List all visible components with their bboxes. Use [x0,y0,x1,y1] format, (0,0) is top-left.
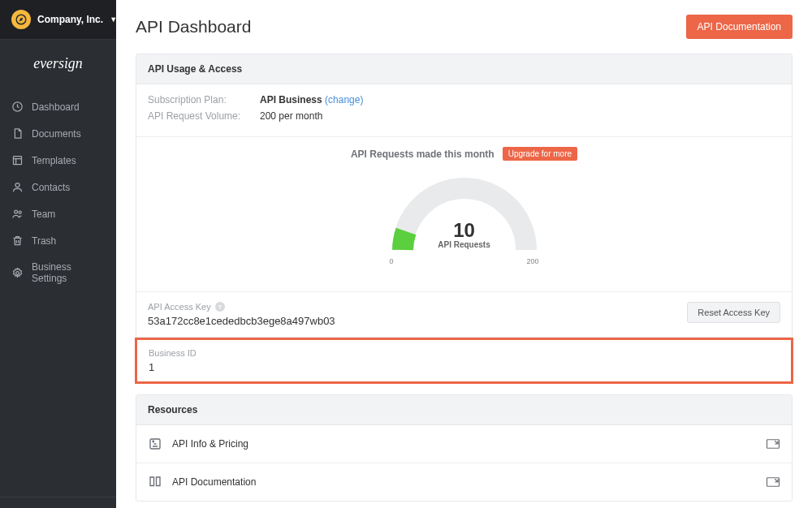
external-link-icon [766,438,780,450]
svg-point-6 [15,210,18,213]
sidebar-item-business-settings[interactable]: Business Settings [0,254,116,291]
sidebar-item-team[interactable]: Team [0,200,116,227]
document-icon [11,127,24,140]
gear-icon [11,267,24,279]
access-key-value: 53a172cc8e1cededbcb3ege8a497wb03 [148,315,676,327]
plan-info: Subscription Plan: API Business (change)… [136,84,792,137]
brand-logo: eversign [0,40,116,93]
gauge: 10 API Requests [391,175,538,254]
nav-label: Trash [32,235,56,247]
help-tooltip-icon[interactable]: ? [215,302,225,312]
book-icon [148,475,162,489]
main-content: API Dashboard API Documentation API Usag… [116,0,812,508]
nav-label: Documents [32,128,81,140]
business-id-highlight: Business ID 1 [135,338,793,384]
svg-point-8 [16,271,19,274]
resource-label: API Info & Pricing [172,438,248,450]
company-name: Company, Inc. [37,14,103,25]
gauge-count: 10 [438,221,490,240]
sidebar-nav: Dashboard Documents Templates Contacts T… [0,93,116,291]
resource-label: API Documentation [172,476,256,488]
sidebar-item-templates[interactable]: Templates [0,147,116,174]
team-icon [11,208,24,220]
svg-rect-4 [14,157,22,165]
sidebar-item-contacts[interactable]: Contacts [0,174,116,200]
resource-api-documentation[interactable]: API Documentation [136,463,792,501]
panel-title: Resources [136,395,792,425]
svg-marker-1 [19,18,24,22]
compass-icon [11,10,31,29]
nav-label: Dashboard [32,101,80,113]
plan-label: Subscription Plan: [148,94,245,105]
contact-icon [11,181,24,193]
nav-label: Team [32,209,55,220]
nav-label: Contacts [32,182,70,193]
business-id-value: 1 [149,361,780,373]
pricing-icon [148,437,162,451]
access-key-label: API Access Key [148,302,211,312]
nav-label: Business Settings [32,261,105,284]
business-id-label: Business ID [149,348,780,358]
sidebar-item-dashboard[interactable]: Dashboard [0,93,116,120]
reset-access-key-button[interactable]: Reset Access Key [687,302,780,323]
requests-title: API Requests made this month [351,149,495,160]
change-plan-link[interactable]: (change) [325,94,363,105]
template-icon [11,154,24,166]
page-title: API Dashboard [136,17,251,37]
svg-point-12 [153,441,154,442]
clock-icon [11,101,24,113]
access-key-section: API Access Key ? 53a172cc8e1cededbcb3ege… [136,292,792,338]
trash-icon [11,235,24,247]
svg-point-7 [19,211,21,213]
svg-point-5 [15,183,19,187]
resources-panel: Resources API Info & Pricing [136,394,793,502]
sidebar-item-trash[interactable]: Trash [0,227,116,254]
gauge-max: 200 [526,257,538,265]
volume-label: API Request Volume: [148,110,245,122]
usage-access-panel: API Usage & Access Subscription Plan: AP… [136,54,793,383]
page-header: API Dashboard API Documentation [116,0,812,54]
upgrade-badge[interactable]: Upgrade for more [503,147,577,161]
panel-title: API Usage & Access [136,54,792,84]
sidebar: Company, Inc. ▼ eversign Dashboard Docum… [0,0,116,508]
gauge-min: 0 [390,257,394,265]
nav-label: Templates [32,155,76,166]
requests-gauge-section: API Requests made this month Upgrade for… [136,137,792,292]
external-link-icon [766,476,780,488]
resource-api-info-pricing[interactable]: API Info & Pricing [136,425,792,463]
plan-value: API Business (change) [260,94,363,105]
help-center-link[interactable]: Help Center [0,497,116,508]
sidebar-item-documents[interactable]: Documents [0,120,116,147]
gauge-subtext: API Requests [438,240,490,249]
company-switcher[interactable]: Company, Inc. ▼ [0,0,116,40]
volume-value: 200 per month [260,110,322,122]
api-documentation-button[interactable]: API Documentation [686,15,793,39]
svg-text:eversign: eversign [33,55,82,71]
